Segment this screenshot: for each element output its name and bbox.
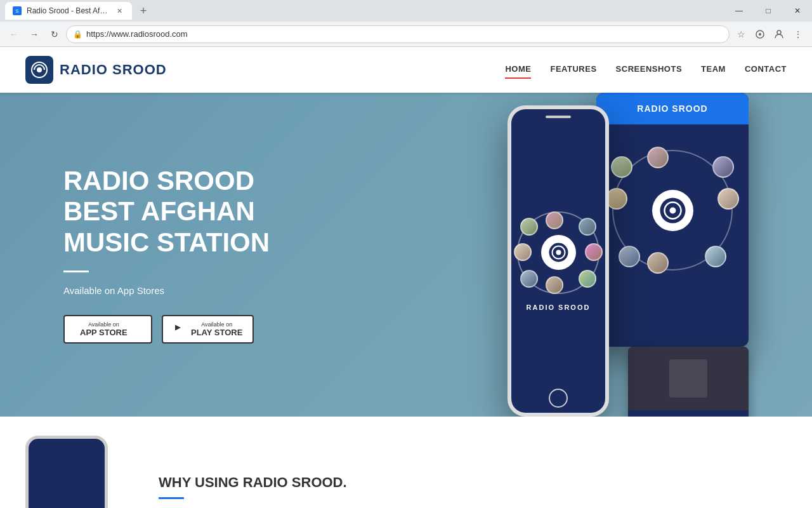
nav-screenshots[interactable]: SCREENSHOTS — [616, 64, 682, 76]
tab-close-button[interactable]: ✕ — [114, 6, 124, 16]
tablet-circle-area — [596, 124, 749, 296]
logo-icon — [25, 56, 53, 84]
tablet-avatar-4 — [705, 246, 726, 267]
svg-point-1 — [759, 33, 761, 36]
avatar-5 — [546, 276, 563, 294]
svg-point-10 — [669, 207, 676, 213]
phone-frame: RADIO SROOD — [508, 105, 609, 417]
avatar-8 — [520, 218, 538, 236]
close-button[interactable]: ✕ — [783, 0, 812, 22]
site-navbar: RADIO SROOD HOME FEATURES SCREENSHOTS TE… — [0, 47, 812, 93]
site-logo[interactable]: RADIO SROOD — [25, 56, 167, 84]
tablet-avatar-3 — [717, 188, 739, 210]
android-icon — [173, 321, 186, 337]
logo-text: RADIO SROOD — [60, 62, 167, 78]
menu-button[interactable]: ⋮ — [789, 25, 807, 43]
phone-speaker — [546, 116, 571, 118]
tablet-avatar-2 — [712, 156, 734, 178]
appstore-text: Available on APP STORE — [80, 321, 128, 337]
refresh-button[interactable]: ↻ — [46, 25, 63, 43]
lock-icon: 🔒 — [73, 30, 82, 39]
maximize-button[interactable]: □ — [754, 0, 783, 22]
tab-favicon: S — [13, 6, 22, 15]
store-buttons: Available on APP STORE Available on PLAY… — [63, 315, 270, 344]
nav-team[interactable]: TEAM — [701, 64, 726, 76]
browser-titlebar: S Radio Srood - Best Afghan Musi... ✕ + … — [0, 0, 812, 22]
back-button[interactable]: ← — [5, 25, 23, 43]
tablet-avatar-7 — [606, 188, 627, 210]
why-title: WHY USING RADIO SROOD. — [159, 474, 347, 491]
hero-divider — [63, 271, 89, 272]
playstore-text: Available on PLAY STORE — [191, 321, 242, 337]
why-phone-image — [25, 436, 121, 508]
toolbar-icons: ☆ ⋮ — [732, 25, 807, 43]
hero-content: RADIO SROOD BEST AFGHAN MUSIC STATION Av… — [63, 166, 270, 344]
phone-mockup: RADIO SROOD — [508, 105, 609, 417]
browser-chrome: S Radio Srood - Best Afghan Musi... ✕ + … — [0, 0, 812, 47]
phone-radio-name: RADIO SROOD — [527, 304, 591, 311]
avatar-7 — [514, 243, 532, 261]
playstore-button[interactable]: Available on PLAY STORE — [162, 315, 254, 344]
url-text: https://www.radiosrood.com — [86, 29, 188, 39]
svg-point-4 — [37, 67, 42, 72]
avatar-1 — [546, 211, 563, 229]
tablet-avatar-5 — [647, 252, 669, 274]
tablet-mockup: RADIO SROOD — [596, 93, 749, 347]
forward-button[interactable]: → — [25, 25, 43, 43]
tablet-avatar-1 — [647, 147, 669, 168]
hero-subtitle: Available on App Stores — [63, 285, 270, 296]
why-phone-mockup — [25, 436, 108, 508]
nav-features[interactable]: FEATURES — [550, 64, 596, 76]
nav-home[interactable]: HOME — [505, 64, 531, 76]
website-content: RADIO SROOD HOME FEATURES SCREENSHOTS TE… — [0, 47, 812, 508]
extensions-button[interactable] — [751, 25, 769, 43]
window-controls: — □ ✕ — [724, 0, 812, 22]
avatar-2 — [579, 218, 596, 236]
browser-tab[interactable]: S Radio Srood - Best Afghan Musi... ✕ — [5, 2, 132, 20]
profile-button[interactable] — [770, 25, 788, 43]
tablet-header: RADIO SROOD — [596, 93, 749, 124]
avatar-4 — [579, 270, 596, 288]
tablet-avatar-8 — [611, 156, 632, 178]
small-phone-controls: VALY - GONJESHKAKE ⏮ ⏸ ⏭ ••• — [628, 410, 749, 417]
why-section: WHY USING RADIO SROOD. — [0, 417, 812, 508]
avatar-3 — [585, 243, 603, 261]
tablet-avatar-6 — [619, 246, 640, 267]
browser-toolbar: ← → ↻ 🔒 https://www.radiosrood.com ☆ ⋮ — [0, 22, 812, 47]
small-phone-mockup: VALY - GONJESHKAKE ⏮ ⏸ ⏭ ••• — [628, 347, 749, 417]
minimize-button[interactable]: — — [724, 0, 754, 22]
appstore-button[interactable]: Available on APP STORE — [63, 315, 152, 344]
hero-title: RADIO SROOD BEST AFGHAN MUSIC STATION — [63, 166, 270, 258]
phone-home-button — [549, 389, 568, 408]
svg-point-7 — [556, 250, 561, 255]
address-bar[interactable]: 🔒 https://www.radiosrood.com — [66, 25, 730, 43]
nav-contact[interactable]: CONTACT — [745, 64, 787, 76]
tablet-frame: RADIO SROOD — [596, 93, 749, 347]
bookmark-button[interactable]: ☆ — [732, 25, 750, 43]
svg-point-2 — [777, 30, 781, 34]
nav-links: HOME FEATURES SCREENSHOTS TEAM CONTACT — [505, 64, 787, 76]
why-divider — [159, 497, 184, 499]
hero-section: RADIO SROOD BEST AFGHAN MUSIC STATION Av… — [0, 93, 812, 417]
why-content: WHY USING RADIO SROOD. — [159, 474, 347, 499]
avatar-6 — [520, 270, 538, 288]
tab-title: Radio Srood - Best Afghan Musi... — [27, 6, 109, 15]
new-tab-button[interactable]: + — [134, 2, 152, 20]
phone-screen: RADIO SROOD — [511, 109, 605, 413]
small-phone-screen — [628, 347, 749, 410]
